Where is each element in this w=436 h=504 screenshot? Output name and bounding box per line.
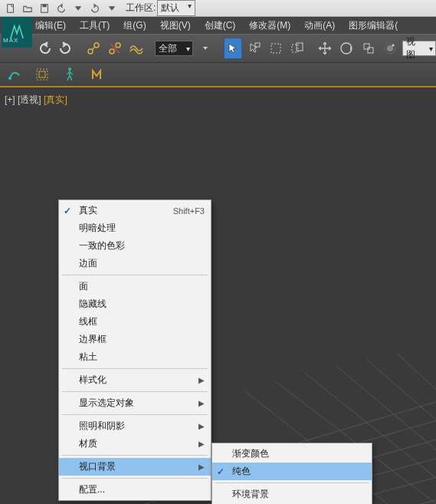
shading-menu-item-3[interactable]: 边面 xyxy=(59,255,211,272)
shading-menu-item-9[interactable]: 粘土 xyxy=(59,348,211,366)
menu-bar: 编辑(E) 工具(T) 组(G) 视图(V) 创建(C) 修改器(M) 动画(A… xyxy=(0,17,436,34)
shading-menu-item-label: 隐藏线 xyxy=(79,298,107,311)
shading-menu-item-label: 显示选定对象 xyxy=(79,397,134,410)
menu-edit[interactable]: 编辑(E) xyxy=(35,19,66,32)
redo-button[interactable] xyxy=(57,38,75,59)
vpbg-menu-separator xyxy=(215,483,369,483)
workspace-selector[interactable]: 工作区: 默认 xyxy=(126,0,195,16)
move-button[interactable] xyxy=(316,38,334,59)
check-icon: ✓ xyxy=(217,466,225,477)
svg-rect-21 xyxy=(39,71,45,77)
menu-modifiers[interactable]: 修改器(M) xyxy=(249,19,290,32)
shading-menu-item-5[interactable]: 面 xyxy=(59,278,211,295)
menu-group[interactable]: 组(G) xyxy=(123,19,146,32)
reference-coord-dropdown[interactable]: 视图 xyxy=(402,41,436,56)
svg-rect-12 xyxy=(297,43,303,51)
unlink-button[interactable] xyxy=(106,38,124,59)
bind-spacewarp-button[interactable] xyxy=(127,38,146,59)
shading-menu-item-label: 视口背景 xyxy=(79,460,116,473)
window-crossing-button[interactable] xyxy=(288,38,307,59)
vpbg-menu-item-3[interactable]: 环境背景 xyxy=(212,486,372,503)
shading-menu-item-label: 面 xyxy=(79,280,88,293)
viewport[interactable]: [+] [透视] [真实] ✓真实Shift+F3明暗处理一致的色彩边面面隐藏线… xyxy=(0,87,436,504)
scale-button[interactable] xyxy=(359,38,378,59)
svg-point-7 xyxy=(116,43,120,48)
svg-point-19 xyxy=(8,77,11,80)
shading-menu-item-16[interactable]: 材质▶ xyxy=(59,435,211,453)
shading-menu-item-label: 边界框 xyxy=(79,333,107,346)
link-button[interactable] xyxy=(84,38,103,59)
rectangular-selection-region-button[interactable] xyxy=(267,38,285,59)
svg-line-8 xyxy=(110,44,120,53)
rotate-button[interactable] xyxy=(337,38,356,59)
viewport-label-shading[interactable]: [真实] xyxy=(44,94,67,105)
shading-menu-item-15[interactable]: 照明和阴影▶ xyxy=(59,417,211,435)
sculpt-tool-icon[interactable] xyxy=(6,66,23,83)
svg-point-18 xyxy=(392,44,394,47)
svg-line-5 xyxy=(92,47,95,50)
shading-menu-separator xyxy=(62,414,208,415)
submenu-arrow-icon: ▶ xyxy=(198,440,205,448)
shading-menu-item-label: 一致的色彩 xyxy=(79,239,125,252)
svg-line-32 xyxy=(367,360,436,504)
select-object-button[interactable] xyxy=(224,38,242,59)
title-bar: 工作区: 默认 xyxy=(0,0,436,17)
viewport-label-view[interactable]: [透视] xyxy=(18,94,41,105)
viewport-layout-icon[interactable] xyxy=(34,66,51,83)
select-by-name-button[interactable] xyxy=(245,38,264,59)
shading-menu-item-18[interactable]: 视口背景▶ xyxy=(59,458,211,476)
viewport-background-submenu: 渐变颜色✓纯色环境背景自定义图像文件配置视口背景(B)...Alt+B xyxy=(211,443,372,504)
menu-animation[interactable]: 动画(A) xyxy=(304,19,335,32)
menu-graph-editors[interactable]: 图形编辑器( xyxy=(349,19,398,32)
shading-menu-item-2[interactable]: 一致的色彩 xyxy=(59,237,211,255)
vpbg-menu-item-1[interactable]: ✓纯色 xyxy=(212,463,372,480)
undo-button[interactable] xyxy=(35,38,54,59)
shading-menu-item-8[interactable]: 边界框 xyxy=(59,331,211,348)
svg-line-33 xyxy=(398,354,436,504)
vpbg-menu-item-label: 渐变颜色 xyxy=(232,447,269,460)
main-toolbar: 全部 视图 xyxy=(0,34,436,63)
shading-menu-item-6[interactable]: 隐藏线 xyxy=(59,295,211,313)
shading-menu-item-label: 样式化 xyxy=(79,374,107,387)
shading-menu-item-7[interactable]: 线框 xyxy=(59,313,211,331)
check-icon: ✓ xyxy=(64,206,71,216)
menu-create[interactable]: 创建(C) xyxy=(205,19,236,32)
shading-menu-item-11[interactable]: 样式化▶ xyxy=(59,371,211,389)
svg-rect-15 xyxy=(368,48,373,53)
biped-icon[interactable] xyxy=(61,66,78,83)
shading-menu-item-label: 材质 xyxy=(79,437,97,450)
svg-rect-9 xyxy=(255,43,260,47)
shading-menu-separator xyxy=(62,391,208,392)
undo-dropdown-icon[interactable] xyxy=(70,2,86,15)
selection-filter-dropdown[interactable]: 全部 xyxy=(155,41,193,56)
workspace-value[interactable]: 默认 xyxy=(157,0,195,16)
submenu-arrow-icon: ▶ xyxy=(198,399,205,407)
shading-menu-item-label: 线框 xyxy=(79,315,97,328)
shading-menu-item-label: 粘土 xyxy=(79,351,97,364)
viewport-label-plus[interactable]: [+] xyxy=(5,94,15,105)
app-logo-label: MAX xyxy=(3,37,18,44)
shading-menu-item-label: 边面 xyxy=(79,257,97,270)
selection-filter-dropdown-arrow[interactable] xyxy=(196,38,215,59)
new-file-icon[interactable] xyxy=(3,2,18,15)
m-tool-icon[interactable] xyxy=(89,66,106,83)
shading-menu-item-label: 真实 xyxy=(79,204,97,217)
vpbg-menu-item-0[interactable]: 渐变颜色 xyxy=(212,445,372,463)
open-file-icon[interactable] xyxy=(20,2,35,15)
workspace-label: 工作区: xyxy=(126,2,156,15)
menu-view[interactable]: 视图(V) xyxy=(160,19,191,32)
submenu-arrow-icon: ▶ xyxy=(198,376,205,384)
redo-dropdown-icon[interactable] xyxy=(104,2,120,15)
save-icon[interactable] xyxy=(37,2,52,15)
placement-button[interactable] xyxy=(381,38,399,59)
shading-menu-separator xyxy=(62,368,208,369)
undo-icon[interactable] xyxy=(54,2,69,15)
viewport-label[interactable]: [+] [透视] [真实] xyxy=(5,94,67,107)
menu-tools[interactable]: 工具(T) xyxy=(80,19,110,32)
shading-menu-item-13[interactable]: 显示选定对象▶ xyxy=(59,394,211,412)
shading-menu-item-1[interactable]: 明暗处理 xyxy=(59,219,211,237)
shading-menu-item-label: 明暗处理 xyxy=(79,222,116,235)
shading-menu-item-20[interactable]: 配置... xyxy=(59,481,211,499)
redo-icon[interactable] xyxy=(87,2,103,15)
shading-menu-item-0[interactable]: ✓真实Shift+F3 xyxy=(59,202,211,219)
